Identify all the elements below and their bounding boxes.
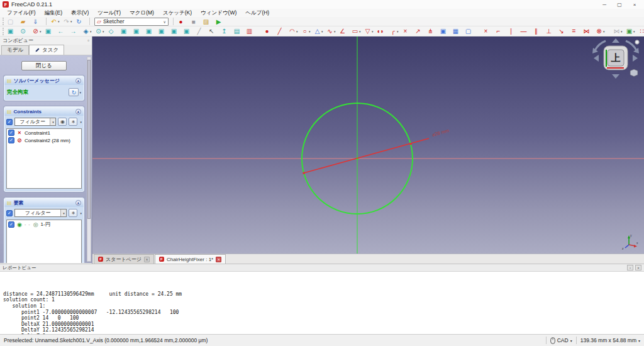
- constraint-checkbox[interactable]: ✓: [8, 137, 14, 143]
- collapse-icon[interactable]: ∧: [75, 109, 81, 114]
- constraint-horizontal-icon[interactable]: —: [519, 27, 531, 36]
- navigation-cube[interactable]: 上: [591, 38, 640, 81]
- trim-icon[interactable]: ×: [401, 27, 413, 36]
- close-tab-icon[interactable]: ×: [144, 257, 150, 262]
- element-row[interactable]: ✓ ◉ ‐ ‐ ◎ 1-円: [7, 220, 81, 228]
- rear-view-icon[interactable]: ▣: [157, 27, 169, 36]
- toggle-constraint-icon[interactable]: ⋈▾: [612, 27, 625, 36]
- tab-document[interactable]: F ChairHeightFixer : 1* ×: [155, 254, 226, 264]
- float-panel-icon[interactable]: ▫: [627, 265, 633, 271]
- tab-model[interactable]: モデル: [1, 45, 29, 55]
- menu-tools[interactable]: ツール(T): [93, 9, 125, 17]
- constraint-row[interactable]: ✓ × Constraint1: [7, 129, 81, 137]
- bspline-icon[interactable]: ∿▾: [325, 27, 338, 36]
- bottom-view-icon[interactable]: ▣: [169, 27, 182, 36]
- macro-record-icon[interactable]: ●: [176, 17, 189, 26]
- constraint-equal-icon[interactable]: =: [569, 27, 582, 36]
- collapse-icon[interactable]: ∧: [75, 78, 81, 84]
- constraint-coincident-icon[interactable]: ×: [481, 27, 494, 36]
- menu-windows[interactable]: ウィンドウ(W): [196, 9, 241, 17]
- constraint-settings-icon[interactable]: ∗: [69, 118, 77, 126]
- menu-sketch[interactable]: スケッチ(K): [158, 9, 196, 17]
- chevron-down-icon[interactable]: ▾: [60, 209, 66, 216]
- menu-macro[interactable]: マクロ(M): [125, 9, 158, 17]
- mini-cube-icon[interactable]: [630, 69, 638, 77]
- left-view-icon[interactable]: ▣: [182, 27, 194, 36]
- elements-header[interactable]: ▤ 要素 ∧: [4, 198, 84, 207]
- point-icon[interactable]: ●: [262, 27, 275, 36]
- constraint-symmetric-icon[interactable]: ⋈: [582, 27, 594, 36]
- split-icon[interactable]: ⋔: [426, 27, 438, 36]
- constraints-filter-dropdown[interactable]: フィルター ▾: [14, 118, 56, 126]
- close-panel-icon[interactable]: ×: [635, 265, 641, 271]
- nav-forward-icon[interactable]: →: [69, 27, 81, 36]
- navigation-style-selector[interactable]: CAD ▾: [550, 337, 572, 344]
- elements-filter-dropdown[interactable]: フィルター ▾: [14, 209, 67, 217]
- scrollbar-thumb[interactable]: [87, 60, 91, 219]
- dimension-value-label[interactable]: ⌀28 mm: [431, 128, 450, 138]
- section-view-icon[interactable]: ▥: [245, 27, 257, 36]
- menu-file[interactable]: ファイル(F): [3, 9, 40, 17]
- element-checkbox[interactable]: ✓: [8, 221, 14, 228]
- virtual-space-icon[interactable]: ∷: [637, 27, 644, 36]
- minimize-button[interactable]: ─: [597, 1, 611, 8]
- chevron-down-icon[interactable]: ▾: [50, 118, 55, 125]
- whatsthis-icon[interactable]: ↖: [207, 27, 219, 36]
- elements-filter-checkbox[interactable]: ✓: [6, 210, 13, 216]
- nav-arrow-up[interactable]: [612, 38, 619, 43]
- new-document-icon[interactable]: ▢: [6, 17, 18, 26]
- leave-sketch-icon[interactable]: ↥: [219, 27, 232, 36]
- external-geometry-icon[interactable]: ▣: [438, 27, 451, 36]
- constraint-perpendicular-icon[interactable]: ⊥: [544, 27, 557, 36]
- line-icon[interactable]: ╱: [275, 27, 287, 36]
- arc-icon[interactable]: ◠▾: [287, 27, 300, 36]
- close-tab-icon[interactable]: ×: [216, 257, 221, 262]
- nav-dot-icon[interactable]: [635, 40, 639, 44]
- constraint-point-on-object-icon[interactable]: ⌐: [494, 27, 506, 36]
- undo-icon[interactable]: ↶▾: [49, 17, 62, 26]
- nav-arrow-left[interactable]: [594, 55, 599, 62]
- view-sketch-icon[interactable]: ▤: [232, 27, 245, 36]
- menu-help[interactable]: ヘルプ(H): [241, 9, 274, 17]
- workbench-selector[interactable]: ▱ Sketcher ∨: [94, 18, 169, 26]
- macro-stop-icon[interactable]: ■: [189, 17, 201, 26]
- refresh-icon[interactable]: ↻: [74, 17, 87, 26]
- zoom-tools-icon[interactable]: ⊙▾: [94, 27, 106, 36]
- tab-start-page[interactable]: F スタートページ ×: [94, 254, 154, 264]
- constraint-tangent-icon[interactable]: ↘: [557, 27, 569, 36]
- collapse-icon[interactable]: ∧: [75, 200, 81, 206]
- polygon-icon[interactable]: ▽▾: [363, 27, 375, 36]
- nav-arrow-right[interactable]: [633, 55, 638, 62]
- solver-messages-header[interactable]: ▤ ソルバーメッセージ ∧: [4, 76, 84, 85]
- open-folder-icon[interactable]: ▰: [18, 17, 31, 26]
- constraints-filter-checkbox[interactable]: ✓: [6, 119, 13, 125]
- home-view-icon[interactable]: ◈▾: [81, 27, 94, 36]
- tab-task[interactable]: タスク: [29, 45, 64, 55]
- circle-icon[interactable]: ○▾: [300, 27, 313, 36]
- fillet-icon[interactable]: ╭▾: [388, 27, 401, 36]
- measure-icon[interactable]: ╱: [194, 27, 207, 36]
- chevron-down-icon[interactable]: ▾: [80, 211, 82, 215]
- auto-update-icon[interactable]: ↻: [69, 88, 79, 96]
- menu-view[interactable]: 表示(V): [67, 9, 93, 17]
- right-view-icon[interactable]: ▣: [144, 27, 157, 36]
- sync-view-icon[interactable]: ▣: [43, 27, 56, 36]
- macro-edit-icon[interactable]: ▨: [201, 17, 214, 26]
- maximize-button[interactable]: ▢: [613, 1, 626, 8]
- chevron-down-icon[interactable]: ▾: [80, 120, 82, 124]
- constraint-block-icon[interactable]: ⊗▾: [594, 27, 607, 36]
- constraint-vertical-icon[interactable]: |: [506, 27, 519, 36]
- save-icon[interactable]: ⇓: [31, 17, 43, 26]
- show-constraints-eye-icon[interactable]: ◉: [58, 118, 67, 126]
- axonometric-view-icon[interactable]: ◇: [106, 27, 119, 36]
- element-settings-icon[interactable]: ∗: [69, 209, 77, 217]
- constraint-checkbox[interactable]: ✓: [8, 130, 14, 136]
- conic-icon[interactable]: △▾: [313, 27, 325, 36]
- rectangle-icon[interactable]: ▭▾: [350, 27, 363, 36]
- carbon-copy-icon[interactable]: ▦: [451, 27, 464, 36]
- constraints-header[interactable]: ▤ Constraints ∧: [4, 107, 84, 116]
- macro-play-icon[interactable]: ▶: [214, 17, 226, 26]
- view-dimensions-indicator[interactable]: 139.36 mm x 54.88 mm ▾: [580, 337, 640, 343]
- polyline-icon[interactable]: ∠: [338, 27, 350, 36]
- construction-mode-icon[interactable]: ▢: [464, 27, 476, 36]
